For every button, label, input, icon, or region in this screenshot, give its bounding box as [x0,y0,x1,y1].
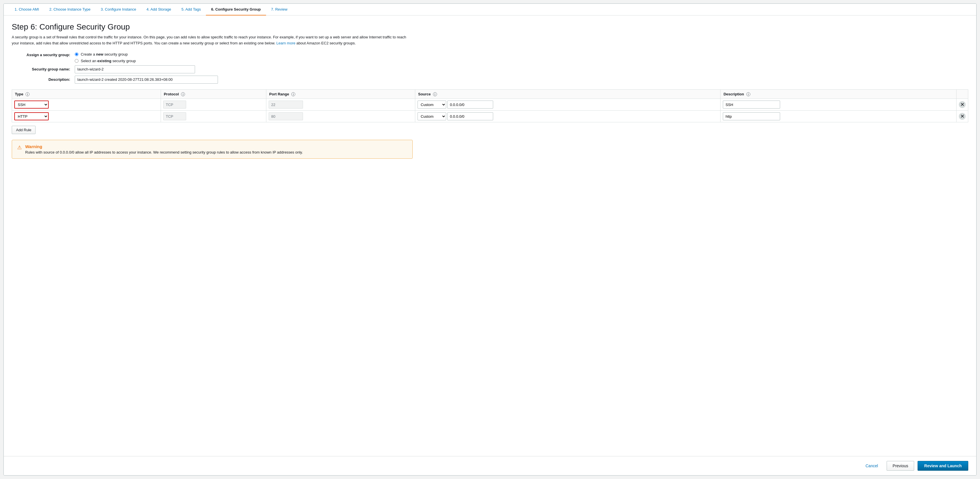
radio-existing-sg[interactable] [75,59,78,63]
sg-name-label: Security group name: [12,67,75,71]
wizard-step-1[interactable]: 1. Choose AMI [10,4,44,16]
type-select-2[interactable]: SSH HTTP HTTPS Custom TCP Custom UDP All… [14,112,49,120]
radio-new-sg[interactable] [75,53,78,56]
desc-input-2[interactable] [723,112,780,120]
review-launch-button[interactable]: Review and Launch [918,461,968,471]
page-title: Step 6: Configure Security Group [12,22,968,32]
learn-more-link[interactable]: Learn more [276,41,295,45]
port-field-2 [269,112,303,120]
wizard-step-7[interactable]: 7. Review [266,4,293,16]
protocol-field-1 [163,100,186,108]
warning-box: ⚠ Warning Rules with source of 0.0.0.0/0… [12,140,413,159]
wizard-step-3[interactable]: 3. Configure Instance [95,4,142,16]
wizard-nav: 1. Choose AMI 2. Choose Instance Type 3.… [4,4,976,16]
source-select-1[interactable]: Custom Anywhere My IP [418,100,446,108]
source-info-icon[interactable]: i [433,92,437,96]
protocol-field-2 [163,112,186,120]
wizard-step-6: 6. Configure Security Group [206,4,266,16]
type-info-icon[interactable]: i [25,92,30,96]
col-header-remove [956,89,968,99]
col-header-source: Source i [415,89,721,99]
add-rule-button[interactable]: Add Rule [12,126,35,134]
source-input-2[interactable] [447,112,493,120]
col-header-protocol: Protocol i [161,89,266,99]
sg-description-input[interactable] [75,76,218,84]
rules-table: Type i Protocol i Port Range i Source i [12,89,968,123]
type-select-1[interactable]: SSH HTTP HTTPS Custom TCP Custom UDP All… [14,100,49,108]
desc-input-1[interactable] [723,100,780,108]
port-field-1 [269,100,303,108]
col-header-description: Description i [721,89,956,99]
radio-existing-sg-label[interactable]: Select an existing security group [81,59,136,63]
wizard-step-4[interactable]: 4. Add Storage [141,4,176,16]
rules-section: Type i Protocol i Port Range i Source i [12,89,968,134]
radio-new-sg-label[interactable]: Create a new security group [81,52,128,56]
col-header-type: Type i [12,89,161,99]
col-header-port: Port Range i [266,89,415,99]
warning-text: Rules with source of 0.0.0.0/0 allow all… [25,150,303,154]
radio-options: Create a new security group Select an ex… [75,52,136,63]
table-row: SSH HTTP HTTPS Custom TCP Custom UDP All… [12,111,968,123]
source-input-1[interactable] [447,100,493,108]
cancel-button[interactable]: Cancel [860,461,883,470]
sg-name-input[interactable] [75,65,195,73]
assign-label: Assign a security group: [12,52,75,57]
remove-rule-2[interactable]: ✕ [959,113,966,120]
wizard-step-5[interactable]: 5. Add Tags [176,4,206,16]
warning-icon: ⚠ [17,145,22,151]
remove-rule-1[interactable]: ✕ [959,101,966,108]
table-row: SSH HTTP HTTPS Custom TCP Custom UDP All… [12,99,968,111]
previous-button[interactable]: Previous [887,461,914,471]
port-info-icon[interactable]: i [291,92,295,96]
source-select-2[interactable]: Custom Anywhere My IP [418,112,446,120]
warning-title: Warning [25,144,303,149]
sg-description-label: Description: [12,77,75,82]
page-description: A security group is a set of firewall ru… [12,34,413,46]
page-footer: Cancel Previous Review and Launch [4,456,976,475]
protocol-info-icon[interactable]: i [181,92,185,96]
wizard-step-2[interactable]: 2. Choose Instance Type [44,4,95,16]
description-info-icon[interactable]: i [746,92,750,96]
